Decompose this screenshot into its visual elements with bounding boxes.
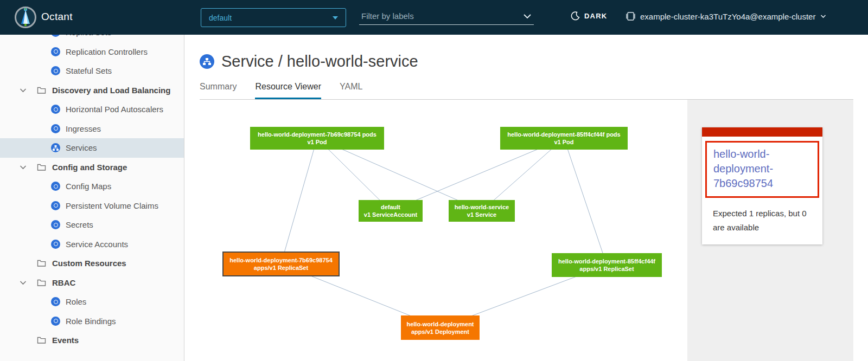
cluster-context-switcher[interactable]: example-cluster-ka3TuTzYo4a@example-clus… [626,11,826,21]
sidebar-section-label: Events [52,336,79,345]
graph-node-sa[interactable]: defaultv1 ServiceAccount [359,200,423,222]
app-header: Octant default Filter by labels DARK exa… [0,0,868,35]
sidebar-item-service-accounts[interactable]: Service Accounts [0,235,184,254]
node-name: hello-world-deployment-85ff4cf44f [558,257,655,265]
dark-mode-label: DARK [584,12,607,20]
sidebar-section-label: Config and Storage [52,163,127,172]
sidebar-section-label: RBAC [52,278,75,287]
role-bindings-icon [51,317,60,326]
namespace-dropdown[interactable]: default [201,8,346,27]
sidebar-item-persistent-volume-claims[interactable]: Persistent Volume Claims [0,196,184,216]
sidebar-item-label: Stateful Sets [66,66,112,75]
graph-node-rs1[interactable]: hello-world-deployment-7b69c98754apps/v1… [222,252,340,276]
namespace-value: default [209,14,232,22]
chevron-down-icon [523,14,532,19]
sidebar-item-label: Roles [66,297,86,306]
sidebar-item-replication-controllers[interactable]: Replication Controllers [0,42,184,62]
chevron-down-icon[interactable] [18,280,27,285]
detail-panel: hello-world-deployment-7b69c98754 Expect… [687,100,853,361]
sidebar-item-label: Role Bindings [66,317,116,326]
persistent-volume-claims-icon [51,201,60,210]
config-maps-icon [51,182,60,191]
node-kind: v1 Pod [554,138,573,146]
sidebar-section-label: Custom Resources [52,259,126,268]
sidebar-item-stateful-sets[interactable]: Stateful Sets [0,61,184,81]
service-icon [200,54,214,69]
page-title: Service / hello-world-service [200,53,418,70]
replica-sets-icon [51,35,60,37]
folder-icon [37,336,47,344]
ingresses-icon [51,124,60,133]
replication-controllers-icon [51,47,60,56]
horizontal-pod-autoscalers-icon [51,105,60,114]
caret-down-icon [333,16,338,20]
node-kind: v1 Service [467,211,496,218]
node-name: hello-world-deployment [406,320,474,328]
sidebar-item-replica-sets[interactable]: Replica Sets [0,35,184,42]
tab-summary[interactable]: Summary [200,82,237,99]
octant-logo-icon [14,6,37,29]
status-card: hello-world-deployment-7b69c98754 Expect… [702,127,822,244]
tab-yaml[interactable]: YAML [340,82,362,99]
roles-icon [51,297,60,306]
sidebar-item-label: Horizontal Pod Autoscalers [66,105,163,114]
graph-node-dep[interactable]: hello-world-deploymentapps/v1 Deployment [401,315,480,340]
sidebar-item-label: Ingresses [66,124,101,133]
node-name: default [381,203,400,211]
moon-icon [571,11,580,21]
node-name: hello-world-deployment-7b69c98754 [229,256,333,264]
sidebar-item-config-maps[interactable]: Config Maps [0,177,184,196]
folder-icon [37,259,47,267]
alert-message: Expected 1 replicas, but 0 are available [713,207,815,235]
dark-mode-toggle[interactable]: DARK [571,11,607,21]
sidebar-item-rbac[interactable]: RBAC [0,273,184,293]
sidebar-item-label: Replication Controllers [66,47,148,56]
alert-title-box: hello-world-deployment-7b69c98754 [705,141,819,198]
folder-icon [37,86,47,94]
node-name: hello-world-deployment-85ff4cf44f pods [507,131,620,138]
graph-node-rs2[interactable]: hello-world-deployment-85ff4cf44fapps/v1… [552,253,662,277]
sidebar-item-custom-resources[interactable]: Custom Resources [0,254,184,273]
resource-viewer-graph: hello-world-deployment-7b69c98754 podsv1… [184,100,687,361]
app-title: Octant [41,11,73,23]
node-kind: apps/v1 ReplicaSet [579,265,634,273]
sidebar-item-label: Service Accounts [66,240,128,249]
sidebar-item-secrets[interactable]: Secrets [0,215,184,235]
filter-labels-input[interactable]: Filter by labels [359,8,534,25]
scrollbar-gutter [853,100,868,361]
page-title-text: Service / hello-world-service [221,53,418,70]
chevron-down-icon[interactable] [18,165,27,170]
sidebar-item-events[interactable]: Events [0,331,184,350]
graph-node-pod1[interactable]: hello-world-deployment-7b69c98754 podsv1… [250,127,384,150]
graph-node-svc[interactable]: hello-world-servicev1 Service [449,200,515,222]
sidebar-nav: Replica SetsReplication ControllersState… [0,35,184,361]
node-name: hello-world-service [455,203,509,211]
node-kind: v1 Pod [307,138,327,146]
sidebar-item-ingresses[interactable]: Ingresses [0,119,184,139]
sidebar-item-services[interactable]: Services [0,138,184,158]
sidebar-item-discovery-and-load-balancing[interactable]: Discovery and Load Balancing [0,81,184,100]
sidebar-item-roles[interactable]: Roles [0,292,184,312]
folder-icon [37,279,47,287]
cluster-context-label: example-cluster-ka3TuTzYo4a@example-clus… [640,12,815,21]
resource-link[interactable]: hello-world-deployment-7b69c98754 [713,147,812,191]
filter-placeholder: Filter by labels [361,11,414,21]
sidebar-item-label: Secrets [66,220,93,229]
graph-node-pod2[interactable]: hello-world-deployment-85ff4cf44f podsv1… [500,127,628,150]
sidebar-item-label: Config Maps [66,182,111,191]
stateful-sets-icon [51,66,60,75]
sidebar-item-role-bindings[interactable]: Role Bindings [0,312,184,331]
chevron-down-icon[interactable] [18,88,27,93]
node-kind: v1 ServiceAccount [364,211,417,218]
node-name: hello-world-deployment-7b69c98754 pods [258,131,376,138]
sidebar-item-label: Replica Sets [66,35,111,37]
sidebar-item-horizontal-pod-autoscalers[interactable]: Horizontal Pod Autoscalers [0,100,184,119]
cluster-icon [626,11,635,21]
sidebar-item-config-and-storage[interactable]: Config and Storage [0,158,184,177]
tab-divider [200,99,853,100]
sidebar-section-label: Discovery and Load Balancing [52,86,170,95]
node-kind: apps/v1 ReplicaSet [254,264,308,272]
tab-resource-viewer[interactable]: Resource Viewer [255,82,321,99]
secrets-icon [51,220,60,229]
services-icon [51,143,60,152]
